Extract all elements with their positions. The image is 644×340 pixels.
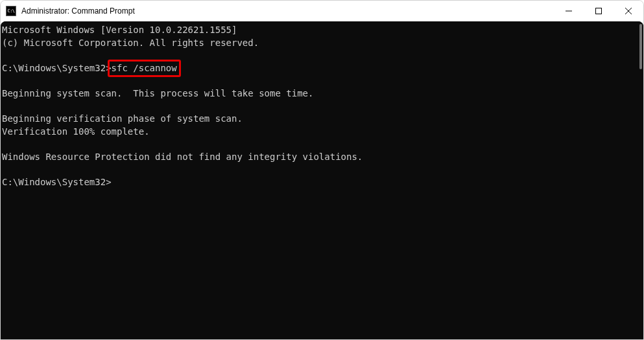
prompt-path: C:\Windows\System32>	[2, 62, 112, 75]
output-line: Microsoft Windows [Version 10.0.22621.15…	[2, 24, 643, 37]
svg-rect-0	[596, 8, 602, 14]
output-line	[2, 49, 643, 62]
output-line: Windows Resource Protection did not find…	[2, 151, 643, 164]
close-button[interactable]	[614, 1, 643, 21]
command-prompt-icon: C:\	[6, 6, 16, 16]
output-line: Verification 100% complete.	[2, 126, 643, 139]
output-line	[2, 100, 643, 113]
prompt-path: C:\Windows\System32>	[2, 176, 112, 189]
output-line	[2, 164, 643, 177]
terminal-viewport: Microsoft Windows [Version 10.0.22621.15…	[1, 21, 643, 339]
output-line	[2, 74, 643, 87]
output-line: Beginning system scan. This process will…	[2, 87, 643, 100]
maximize-icon	[595, 8, 602, 14]
output-line: Beginning verification phase of system s…	[2, 113, 643, 126]
prompt-line: C:\Windows\System32>sfc /scannow	[2, 62, 643, 75]
minimize-icon	[566, 8, 572, 14]
window-frame: C:\ Administrator: Command Prompt Micros…	[0, 0, 644, 340]
titlebar[interactable]: C:\ Administrator: Command Prompt	[1, 1, 643, 21]
maximize-button[interactable]	[584, 1, 614, 21]
close-icon	[625, 8, 632, 14]
output-line: (c) Microsoft Corporation. All rights re…	[2, 37, 643, 50]
output-line	[2, 138, 643, 151]
scrollbar-thumb[interactable]	[639, 24, 642, 69]
terminal-output[interactable]: Microsoft Windows [Version 10.0.22621.15…	[1, 21, 643, 339]
command-input: sfc /scannow	[112, 62, 177, 75]
window-controls	[554, 1, 643, 21]
window-title: Administrator: Command Prompt	[21, 6, 554, 16]
minimize-button[interactable]	[554, 1, 584, 21]
prompt-line: C:\Windows\System32>	[2, 176, 643, 189]
